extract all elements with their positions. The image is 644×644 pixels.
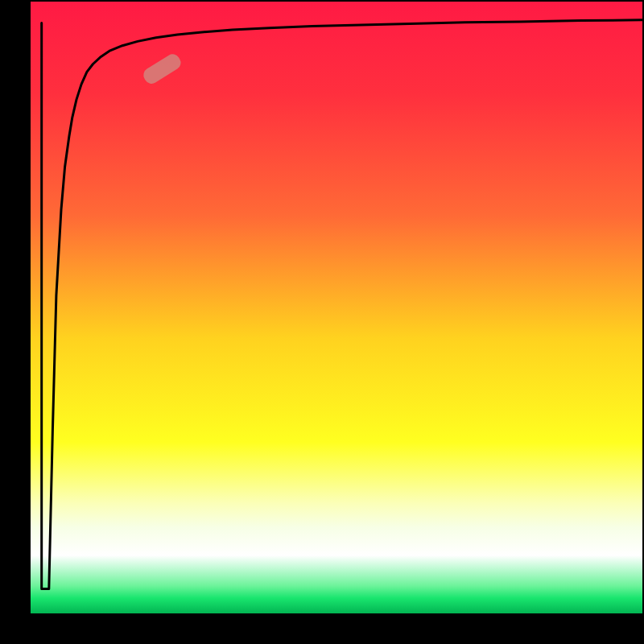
bottleneck-chart: [0, 0, 644, 644]
chart-stage: TheBottleneck.com: [0, 0, 644, 644]
plot-background: [31, 2, 642, 613]
